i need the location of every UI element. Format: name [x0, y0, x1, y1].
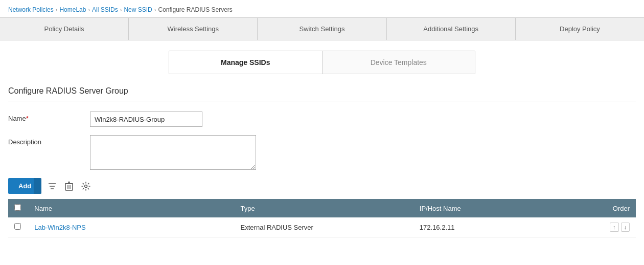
table-header-type: Type	[235, 199, 413, 217]
order-up-button[interactable]: ↑	[610, 223, 619, 232]
row-name-cell: Lab-Win2k8-NPS	[28, 217, 234, 237]
order-down-button[interactable]: ↓	[621, 223, 630, 232]
tab-wireless-settings[interactable]: Wireless Settings	[129, 18, 258, 40]
tab-switch-settings[interactable]: Switch Settings	[258, 18, 386, 40]
sep2: ›	[88, 7, 90, 13]
form-name-row: Name*	[8, 112, 636, 127]
toggle-manage-ssids[interactable]: Manage SSIDs	[169, 51, 323, 74]
section-title: Configure RADIUS Server Group	[8, 86, 636, 101]
row-order-cell: ↑ ↓	[592, 217, 636, 237]
sep1: ›	[56, 7, 58, 13]
tab-bar: Policy Details Wireless Settings Switch …	[0, 17, 644, 40]
toggle-group: Manage SSIDs Device Templates	[169, 51, 475, 74]
form-description-label: Description	[8, 135, 90, 146]
settings-icon[interactable]	[79, 180, 93, 193]
form-description-row: Description	[8, 135, 636, 170]
tab-policy-details[interactable]: Policy Details	[0, 18, 129, 40]
toolbar: Add	[8, 178, 636, 199]
toggle-device-templates[interactable]: Device Templates	[323, 51, 475, 74]
table-header-name: Name	[28, 199, 234, 217]
table-header-ip: IP/Host Name	[413, 199, 592, 217]
main-content: Manage SSIDs Device Templates Configure …	[0, 40, 644, 237]
svg-rect-3	[65, 184, 73, 190]
breadcrumb-current: Configure RADIUS Servers	[158, 6, 232, 13]
tab-additional-settings[interactable]: Additional Settings	[387, 18, 516, 40]
row-name-link[interactable]: Lab-Win2k8-NPS	[34, 224, 85, 231]
form-name-label: Name*	[8, 112, 90, 122]
tab-deploy-policy[interactable]: Deploy Policy	[516, 18, 644, 40]
filter-icon[interactable]	[45, 180, 59, 192]
breadcrumb-network-policies[interactable]: Network Policies	[8, 6, 54, 13]
add-button[interactable]: Add	[8, 178, 41, 194]
name-input[interactable]	[90, 112, 202, 127]
table-row: Lab-Win2k8-NPS External RADIUS Server 17…	[8, 217, 636, 237]
description-input[interactable]	[90, 135, 256, 170]
breadcrumb-new-ssid[interactable]: New SSID	[124, 6, 152, 13]
delete-icon[interactable]	[63, 180, 75, 193]
sep3: ›	[120, 7, 122, 13]
row-type-cell: External RADIUS Server	[235, 217, 413, 237]
row-checkbox-cell	[8, 217, 28, 237]
table-header-order: Order	[592, 199, 636, 217]
breadcrumb-all-ssids[interactable]: All SSIDs	[92, 6, 118, 13]
svg-point-8	[85, 185, 87, 187]
sep4: ›	[154, 7, 156, 13]
select-all-checkbox[interactable]	[14, 204, 21, 211]
breadcrumb-homelab[interactable]: HomeLab	[59, 6, 86, 13]
radius-table: Name Type IP/Host Name Order Lab-Win2k8-…	[8, 199, 636, 237]
row-ip-cell: 172.16.2.11	[413, 217, 592, 237]
row-checkbox[interactable]	[14, 223, 21, 230]
breadcrumb: Network Policies › HomeLab › All SSIDs ›…	[0, 0, 644, 17]
table-header-checkbox	[8, 199, 28, 217]
